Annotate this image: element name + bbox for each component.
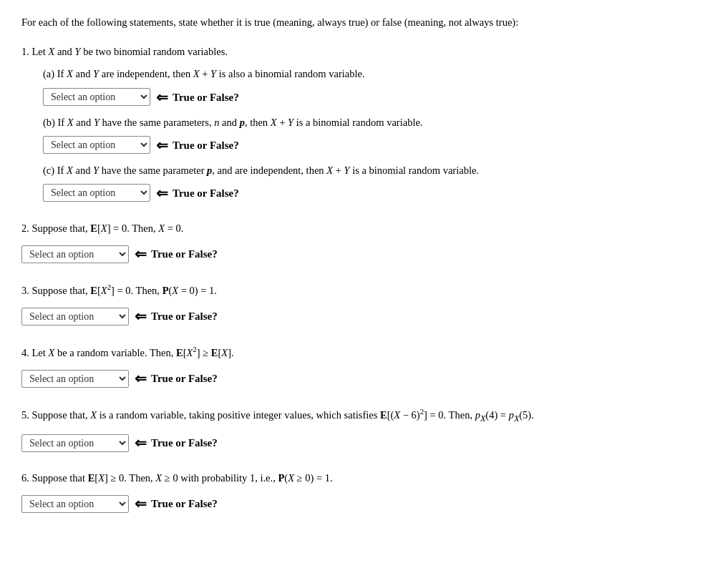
- true-or-false-label: ⇐True or False?: [156, 86, 239, 109]
- arrow-icon: ⇐: [135, 431, 147, 454]
- select-wrapper-q3: Select an optionTrueFalse: [21, 308, 129, 325]
- true-or-false-label: ⇐True or False?: [135, 367, 218, 390]
- question-title-q6: 6. Suppose that E[X] ≥ 0. Then, X ≥ 0 wi…: [21, 470, 707, 486]
- question-title-q3: 3. Suppose that, E[X2] = 0. Then, P(X = …: [21, 281, 707, 299]
- answer-select-q1c[interactable]: Select an optionTrueFalse: [43, 184, 150, 202]
- true-or-false-label: ⇐True or False?: [135, 243, 218, 265]
- select-wrapper-q5: Select an optionTrueFalse: [21, 434, 129, 452]
- true-or-false-label: ⇐True or False?: [156, 134, 239, 157]
- question-block-q6: 6. Suppose that E[X] ≥ 0. Then, X ≥ 0 wi…: [21, 470, 707, 515]
- answer-select-q4[interactable]: Select an optionTrueFalse: [21, 370, 129, 388]
- answer-row-q5: Select an optionTrueFalse⇐True or False?: [21, 431, 707, 454]
- question-title-q2: 2. Suppose that, E[X] = 0. Then, X = 0.: [21, 220, 707, 237]
- select-wrapper-q1c: Select an optionTrueFalse: [43, 184, 150, 202]
- answer-row-q1b: Select an optionTrueFalse⇐True or False?: [43, 134, 707, 157]
- sub-text-q1c: (c) If X and Y have the same parameter p…: [43, 162, 707, 179]
- question-block-q1: 1. Let X and Y be two binomial random va…: [21, 44, 707, 205]
- select-wrapper-q6: Select an optionTrueFalse: [21, 495, 129, 513]
- question-block-q2: 2. Suppose that, E[X] = 0. Then, X = 0.S…: [21, 220, 707, 265]
- question-title-q1: 1. Let X and Y be two binomial random va…: [21, 44, 707, 60]
- arrow-icon: ⇐: [135, 243, 147, 265]
- answer-row-q3: Select an optionTrueFalse⇐True or False?: [21, 305, 707, 328]
- answer-row-q1a: Select an optionTrueFalse⇐True or False?: [43, 86, 707, 109]
- true-or-false-label: ⇐True or False?: [135, 431, 218, 454]
- answer-row-q2: Select an optionTrueFalse⇐True or False?: [21, 243, 707, 265]
- true-or-false-label: ⇐True or False?: [135, 492, 218, 515]
- arrow-icon: ⇐: [135, 492, 147, 515]
- sub-question-q1a: (a) If X and Y are independent, then X +…: [43, 66, 707, 108]
- sub-text-q1b: (b) If X and Y have the same parameters,…: [43, 114, 707, 131]
- question-block-q5: 5. Suppose that, X is a random variable,…: [21, 406, 707, 454]
- select-wrapper-q4: Select an optionTrueFalse: [21, 370, 129, 388]
- answer-select-q2[interactable]: Select an optionTrueFalse: [21, 245, 129, 263]
- select-wrapper-q1b: Select an optionTrueFalse: [43, 136, 150, 154]
- question-title-q5: 5. Suppose that, X is a random variable,…: [21, 406, 707, 426]
- question-block-q4: 4. Let X be a random variable. Then, E[X…: [21, 343, 707, 390]
- sub-question-q1c: (c) If X and Y have the same parameter p…: [43, 162, 707, 205]
- arrow-icon: ⇐: [156, 86, 168, 109]
- answer-select-q6[interactable]: Select an optionTrueFalse: [21, 495, 129, 513]
- answer-select-q1a[interactable]: Select an optionTrueFalse: [43, 88, 150, 106]
- question-title-q4: 4. Let X be a random variable. Then, E[X…: [21, 343, 707, 361]
- intro-text: For each of the following statements, st…: [21, 14, 707, 31]
- select-wrapper-q1a: Select an optionTrueFalse: [43, 88, 150, 106]
- arrow-icon: ⇐: [135, 305, 147, 328]
- answer-row-q6: Select an optionTrueFalse⇐True or False?: [21, 492, 707, 515]
- sub-text-q1a: (a) If X and Y are independent, then X +…: [43, 66, 707, 82]
- arrow-icon: ⇐: [156, 134, 168, 157]
- answer-select-q3[interactable]: Select an optionTrueFalse: [21, 308, 129, 325]
- question-block-q3: 3. Suppose that, E[X2] = 0. Then, P(X = …: [21, 281, 707, 328]
- answer-row-q4: Select an optionTrueFalse⇐True or False?: [21, 367, 707, 390]
- sub-question-q1b: (b) If X and Y have the same parameters,…: [43, 114, 707, 157]
- answer-row-q1c: Select an optionTrueFalse⇐True or False?: [43, 182, 707, 205]
- answer-select-q5[interactable]: Select an optionTrueFalse: [21, 434, 129, 452]
- arrow-icon: ⇐: [135, 367, 147, 390]
- answer-select-q1b[interactable]: Select an optionTrueFalse: [43, 136, 150, 154]
- true-or-false-label: ⇐True or False?: [135, 305, 218, 328]
- arrow-icon: ⇐: [156, 182, 168, 205]
- true-or-false-label: ⇐True or False?: [156, 182, 239, 205]
- select-wrapper-q2: Select an optionTrueFalse: [21, 245, 129, 263]
